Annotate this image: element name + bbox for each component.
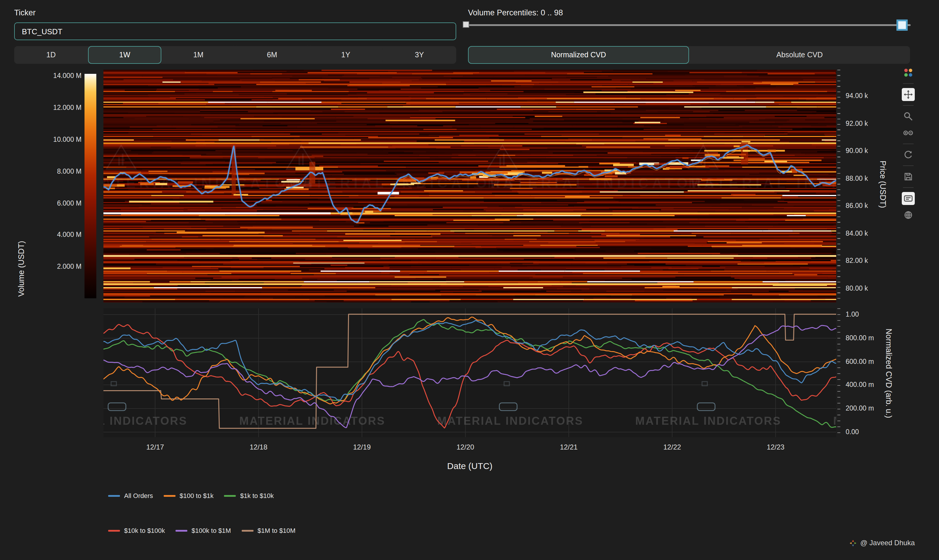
legend-item[interactable]: $1M to $10M bbox=[242, 527, 296, 534]
date-tick-label: 12/17 bbox=[146, 443, 164, 451]
timeframe-button-group: 1D1W1M6M1Y3Y bbox=[14, 46, 456, 64]
volume-percentiles-label: Volume Percentiles: 0 .. 98 bbox=[468, 8, 563, 17]
date-tick-label: 12/18 bbox=[250, 443, 268, 451]
cvd-axis-minor-ticks bbox=[837, 308, 840, 437]
timeframe-button-6m[interactable]: 6M bbox=[235, 46, 309, 64]
volume-tick-label: 10.000 M bbox=[27, 136, 82, 143]
save-icon[interactable] bbox=[902, 170, 915, 183]
price-axis-title: Price (USDT) bbox=[879, 161, 887, 208]
cvd-tick-label: 1.00 bbox=[846, 311, 859, 318]
timeframe-button-1d[interactable]: 1D bbox=[14, 46, 88, 64]
legend-row-2: $10k to $100k$100k to $1M$1M to $10M bbox=[108, 527, 296, 534]
cvd-axis-title: Normalized CVD (arb. u.) bbox=[884, 328, 893, 418]
legend-item[interactable]: $100k to $1M bbox=[175, 527, 231, 534]
slider-max-handle[interactable] bbox=[896, 20, 908, 31]
volume-tick-label: 4.000 M bbox=[27, 231, 82, 238]
legend-label: $1k to $10k bbox=[240, 492, 274, 499]
legend-swatch bbox=[175, 529, 187, 531]
timeframe-button-1m[interactable]: 1M bbox=[162, 46, 235, 64]
date-tick-label: 12/21 bbox=[560, 443, 578, 451]
price-tick-label: 92.00 k bbox=[846, 120, 868, 127]
legend-label: $100k to $1M bbox=[191, 527, 231, 534]
x-axis-title: Date (UTC) bbox=[447, 461, 492, 471]
price-tick-label: 88.00 k bbox=[846, 175, 868, 182]
legend-label: $10k to $100k bbox=[124, 527, 165, 534]
legend-swatch bbox=[108, 495, 120, 497]
modebar-separator bbox=[903, 83, 914, 84]
pan-icon[interactable] bbox=[902, 88, 915, 101]
modebar-separator bbox=[903, 165, 914, 166]
price-tick-label: 90.00 k bbox=[846, 147, 868, 154]
modebar-separator bbox=[903, 143, 914, 144]
cvd-tick-label: 800.00 m bbox=[846, 334, 874, 342]
volume-tick-label: 6.000 M bbox=[27, 199, 82, 206]
date-tick-label: 12/19 bbox=[353, 443, 371, 451]
cvd-tick-label: 600.00 m bbox=[846, 358, 874, 365]
plotly-logo[interactable] bbox=[902, 66, 915, 79]
legend-label: All Orders bbox=[124, 492, 153, 499]
legend-row-1: All Orders$100 to $1k$1k to $10k bbox=[108, 492, 274, 499]
timeframe-button-1w[interactable]: 1W bbox=[88, 46, 161, 64]
ticker-input[interactable] bbox=[14, 22, 456, 40]
attribution: @ Javeed Dhuka bbox=[849, 539, 915, 547]
cvd-tick-label: 200.00 m bbox=[846, 405, 874, 412]
volume-tick-label: 2.000 M bbox=[27, 263, 82, 270]
legend-item[interactable]: $1k to $10k bbox=[224, 492, 274, 499]
slider-min-handle[interactable] bbox=[463, 21, 469, 28]
zoom-in-out-icon[interactable] bbox=[902, 126, 915, 139]
hover-data-icon[interactable] bbox=[902, 192, 915, 205]
modebar-separator bbox=[903, 187, 914, 188]
autoscale-icon[interactable] bbox=[902, 148, 915, 161]
legend-swatch bbox=[164, 495, 175, 497]
cvd-tick-label: 0.00 bbox=[846, 428, 859, 435]
date-tick-label: 12/23 bbox=[767, 443, 785, 451]
legend-swatch bbox=[108, 529, 120, 531]
price-tick-label: 82.00 k bbox=[846, 257, 868, 265]
zoom-icon[interactable] bbox=[902, 110, 915, 123]
cvd-tick-label: 400.00 m bbox=[846, 381, 874, 388]
date-tick-label: 12/20 bbox=[457, 443, 474, 451]
price-tick-label: 94.00 k bbox=[846, 92, 868, 99]
attribution-text: @ Javeed Dhuka bbox=[860, 539, 915, 547]
legend-item[interactable]: $100 to $1k bbox=[164, 492, 214, 499]
price-tick-label: 84.00 k bbox=[846, 230, 868, 237]
orderbook-heatmap-canvas[interactable] bbox=[103, 70, 836, 302]
legend-swatch bbox=[224, 495, 236, 497]
cvd-button-absolute-cvd[interactable]: Absolute CVD bbox=[689, 46, 910, 64]
plotly-dash-icon bbox=[849, 539, 857, 547]
legend-item[interactable]: $10k to $100k bbox=[108, 527, 165, 534]
legend-item[interactable]: All Orders bbox=[108, 492, 153, 499]
volume-tick-label: 12.000 M bbox=[27, 104, 82, 111]
price-tick-label: 80.00 k bbox=[846, 285, 868, 292]
price-tick-label: 86.00 k bbox=[846, 202, 868, 209]
plotly-modebar bbox=[902, 66, 915, 222]
modebar-separator bbox=[903, 105, 914, 106]
cvd-button-normalized-cvd[interactable]: Normalized CVD bbox=[468, 46, 689, 64]
legend-swatch bbox=[242, 529, 254, 531]
timeframe-button-1y[interactable]: 1Y bbox=[309, 46, 382, 64]
cvd-mode-button-group: Normalized CVDAbsolute CVD bbox=[468, 46, 910, 64]
date-tick-label: 12/22 bbox=[663, 443, 681, 451]
volume-colorbar bbox=[85, 74, 96, 298]
firecharts-dashboard: Ticker Volume Percentiles: 0 .. 98 1D1W1… bbox=[0, 0, 939, 560]
legend-label: $1M to $10M bbox=[258, 527, 296, 534]
cvd-chart-canvas[interactable] bbox=[103, 308, 836, 437]
legend-label: $100 to $1k bbox=[180, 492, 214, 499]
volume-tick-label: 14.000 M bbox=[27, 72, 82, 79]
volume-tick-label: 8.000 M bbox=[27, 168, 82, 175]
spikelines-icon[interactable] bbox=[902, 209, 915, 222]
volume-axis-title: Volume (USDT) bbox=[17, 241, 26, 297]
volume-percentiles-slider-track[interactable] bbox=[466, 24, 911, 26]
ticker-label: Ticker bbox=[14, 8, 36, 17]
price-axis-minor-ticks bbox=[837, 70, 840, 302]
timeframe-button-3y[interactable]: 3Y bbox=[383, 46, 456, 64]
